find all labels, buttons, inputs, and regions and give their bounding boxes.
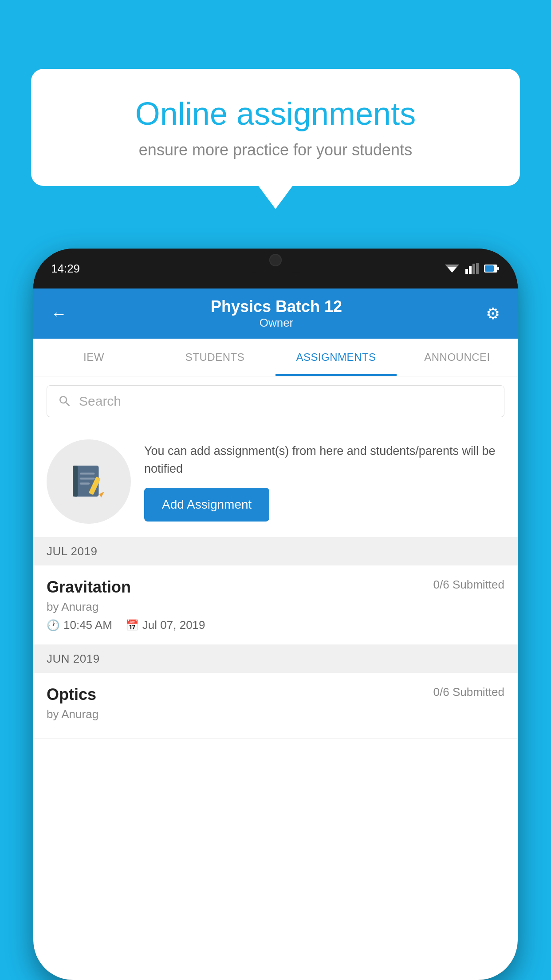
- svg-marker-1: [445, 265, 459, 273]
- section-header-jul: JUL 2019: [33, 537, 518, 565]
- section-header-jun: JUN 2019: [33, 645, 518, 673]
- meta-date: 📅 Jul 07, 2019: [126, 618, 205, 632]
- wifi-icon: [444, 263, 460, 274]
- search-icon: [58, 394, 72, 408]
- settings-icon[interactable]: ⚙: [486, 304, 500, 323]
- tab-students[interactable]: STUDENTS: [154, 339, 276, 376]
- svg-rect-4: [472, 264, 475, 274]
- speech-bubble: Online assignments ensure more practice …: [31, 69, 520, 186]
- header-title: Physics Batch 12: [211, 297, 342, 316]
- svg-rect-10: [73, 466, 78, 497]
- search-placeholder: Search: [79, 394, 121, 409]
- assignment-submitted: 0/6 Submitted: [433, 578, 504, 592]
- tab-iew[interactable]: IEW: [33, 339, 154, 376]
- svg-marker-15: [99, 492, 104, 498]
- svg-rect-3: [469, 266, 472, 274]
- search-bar[interactable]: Search: [47, 385, 504, 417]
- battery-icon: [484, 264, 500, 273]
- status-bar-time: 14:29: [51, 262, 80, 276]
- assignment-date: Jul 07, 2019: [142, 618, 205, 632]
- tab-assignments[interactable]: ASSIGNMENTS: [276, 339, 397, 376]
- meta-time: 🕐 10:45 AM: [47, 618, 112, 632]
- signal-icon: [465, 263, 479, 274]
- search-container: Search: [33, 376, 518, 426]
- svg-rect-11: [80, 473, 95, 475]
- clock-icon: 🕐: [47, 619, 60, 632]
- phone-container: 14:29: [33, 249, 518, 980]
- add-assignment-button[interactable]: Add Assignment: [144, 488, 269, 522]
- speech-bubble-container: Online assignments ensure more practice …: [31, 69, 520, 186]
- back-button[interactable]: ←: [51, 304, 67, 323]
- assignment-top-row-optics: Optics 0/6 Submitted: [47, 685, 504, 704]
- calendar-icon: 📅: [126, 619, 139, 632]
- phone-notch: [240, 249, 311, 273]
- header-subtitle: Owner: [211, 316, 342, 330]
- promo-text: You can add assignment(s) from here and …: [144, 442, 504, 478]
- assignment-by: by Anurag: [47, 600, 504, 614]
- status-bar: 14:29: [33, 249, 518, 288]
- svg-rect-12: [80, 478, 95, 480]
- assignment-submitted-optics: 0/6 Submitted: [433, 685, 504, 699]
- assignment-top-row: Gravitation 0/6 Submitted: [47, 578, 504, 597]
- svg-rect-5: [476, 263, 479, 274]
- notebook-icon: [69, 462, 109, 502]
- assignment-item-gravitation[interactable]: Gravitation 0/6 Submitted by Anurag 🕐 10…: [33, 565, 518, 645]
- speech-bubble-title: Online assignments: [62, 95, 489, 132]
- add-assignment-promo: You can add assignment(s) from here and …: [33, 426, 518, 537]
- status-bar-icons: [444, 263, 500, 274]
- assignment-name-optics: Optics: [47, 685, 96, 704]
- svg-rect-8: [485, 265, 494, 272]
- assignment-item-optics[interactable]: Optics 0/6 Submitted by Anurag: [33, 673, 518, 739]
- app-header: ← Physics Batch 12 Owner ⚙: [33, 288, 518, 339]
- header-title-block: Physics Batch 12 Owner: [211, 297, 342, 330]
- speech-bubble-subtitle: ensure more practice for your students: [62, 141, 489, 159]
- svg-rect-7: [497, 267, 499, 270]
- svg-rect-13: [80, 482, 90, 485]
- phone-frame: 14:29: [33, 249, 518, 980]
- tab-bar: IEW STUDENTS ASSIGNMENTS ANNOUNCEI: [33, 339, 518, 376]
- phone-camera: [269, 254, 282, 266]
- promo-right: You can add assignment(s) from here and …: [144, 442, 504, 522]
- assignment-name: Gravitation: [47, 578, 131, 597]
- notebook-icon-container: [47, 439, 131, 524]
- phone-inner: ← Physics Batch 12 Owner ⚙ IEW STUDENTS …: [33, 288, 518, 980]
- assignment-meta: 🕐 10:45 AM 📅 Jul 07, 2019: [47, 618, 504, 632]
- svg-rect-2: [465, 269, 468, 274]
- assignment-by-optics: by Anurag: [47, 707, 504, 721]
- assignment-time: 10:45 AM: [63, 618, 112, 632]
- phone-screen: Search: [33, 376, 518, 980]
- tab-announcements[interactable]: ANNOUNCEI: [397, 339, 518, 376]
